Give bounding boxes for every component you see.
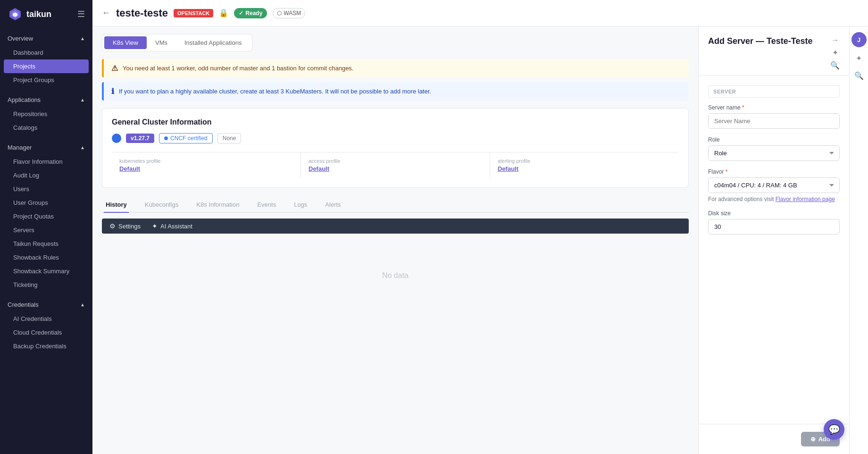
sidebar-item-project-groups[interactable]: Project Groups xyxy=(0,73,92,87)
checkmark-icon: ✓ xyxy=(239,10,243,17)
warning-icon: ⚠ xyxy=(111,64,118,73)
sidebar-item-user-groups[interactable]: User Groups xyxy=(0,196,92,210)
flavor-label: Flavor * xyxy=(708,168,840,175)
server-name-input[interactable] xyxy=(708,113,840,129)
access-profile-value[interactable]: Default xyxy=(309,165,482,172)
cluster-badges: v1.27.7 CNCF certified None xyxy=(112,133,679,143)
sidebar-item-flavor-information[interactable]: Flavor Information xyxy=(0,155,92,168)
sidebar-item-repositories[interactable]: Repositories xyxy=(0,107,92,121)
content-area: K8s View VMs Installed Applications ⚠ Yo… xyxy=(92,26,868,454)
sidebar-item-showback-rules[interactable]: Showback Rules xyxy=(0,251,92,264)
page-title: teste-teste xyxy=(116,7,168,19)
lock-icon: 🔒 xyxy=(219,8,228,17)
openstack-badge: OPENSTACK xyxy=(174,9,213,17)
ai-assistant-button[interactable]: ✦ AI Assistant xyxy=(152,222,192,230)
role-group: Role Role xyxy=(708,136,840,161)
flavor-select[interactable]: c04m04 / CPU: 4 / RAM: 4 GB xyxy=(708,177,840,193)
sidebar-item-project-quotas[interactable]: Project Quotas xyxy=(0,210,92,223)
magnify-icon[interactable]: 🔍 xyxy=(852,69,866,82)
sub-nav: History Kubeconfigs K8s Information Even… xyxy=(102,197,689,213)
disk-size-label: Disk size xyxy=(708,210,840,217)
role-select[interactable]: Role xyxy=(708,145,840,161)
settings-button[interactable]: ⚙ Settings xyxy=(109,222,141,230)
right-panel-header: Add Server — Teste-Teste → ✦ 🔍 xyxy=(699,26,849,76)
cncf-dot xyxy=(164,136,168,140)
tab-k8s-view[interactable]: K8s View xyxy=(104,36,147,49)
back-button[interactable]: ← xyxy=(102,8,110,18)
sidebar: taikun ☰ Overview ▲ Dashboard Projects P… xyxy=(0,0,92,454)
user-avatar[interactable]: J xyxy=(851,32,867,47)
role-label: Role xyxy=(708,136,840,143)
sidebar-section-credentials-header[interactable]: Credentials ▲ xyxy=(0,297,92,312)
sidebar-item-dashboard[interactable]: Dashboard xyxy=(0,46,92,59)
tab-bar: K8s View VMs Installed Applications xyxy=(102,34,252,51)
sidebar-section-overview-header[interactable]: Overview ▲ xyxy=(0,31,92,46)
right-panel-title: Add Server — Teste-Teste xyxy=(708,36,812,47)
server-name-label: Server name * xyxy=(708,104,840,111)
tab-installed-applications[interactable]: Installed Applications xyxy=(176,36,250,49)
chevron-up-icon-apps: ▲ xyxy=(80,97,85,102)
kubernetes-profile-value[interactable]: Default xyxy=(119,165,293,172)
disk-size-input[interactable] xyxy=(708,219,840,235)
sidebar-section-credentials: Credentials ▲ AI Credentials Cloud Crede… xyxy=(0,294,92,356)
sidebar-section-manager-header[interactable]: Manager ▲ xyxy=(0,140,92,155)
logo-icon xyxy=(8,7,23,22)
sub-nav-alerts[interactable]: Alerts xyxy=(323,197,342,213)
star-icon[interactable]: ✦ xyxy=(854,52,864,65)
panel-collapse-button[interactable]: → xyxy=(831,36,839,44)
no-data-label: No data xyxy=(102,234,689,318)
sub-nav-k8s-information[interactable]: K8s Information xyxy=(194,197,241,213)
alerting-profile: alerting profile Default xyxy=(490,152,679,178)
k8s-version-badge: v1.27.7 xyxy=(126,134,154,143)
settings-icon: ⚙ xyxy=(109,222,116,230)
sidebar-item-cloud-credentials[interactable]: Cloud Credentials xyxy=(0,326,92,339)
flavor-group: Flavor * c04m04 / CPU: 4 / RAM: 4 GB For… xyxy=(708,168,840,202)
sidebar-item-servers[interactable]: Servers xyxy=(0,223,92,237)
cluster-card: General Cluster Information v1.27.7 CNCF… xyxy=(102,108,689,188)
none-badge: None xyxy=(217,133,242,143)
panel-settings-icon[interactable]: ✦ xyxy=(832,48,838,57)
sidebar-item-ticketing[interactable]: Ticketing xyxy=(0,278,92,292)
right-panel-icons: → ✦ 🔍 xyxy=(830,36,840,70)
warning-alert: ⚠ You need at least 1 worker, odd number… xyxy=(102,59,689,77)
chat-fab-button[interactable]: 💬 xyxy=(824,419,844,440)
alerting-profile-value[interactable]: Default xyxy=(498,165,671,172)
chevron-up-icon-manager: ▲ xyxy=(80,145,85,150)
sidebar-item-projects[interactable]: Projects xyxy=(4,59,89,73)
cluster-card-title: General Cluster Information xyxy=(112,118,679,126)
chevron-up-icon: ▲ xyxy=(80,36,85,41)
sidebar-section-applications-header[interactable]: Applications ▲ xyxy=(0,92,92,107)
form-section-server-label: Server xyxy=(708,85,840,98)
profiles-row: kubernetes profile Default access profil… xyxy=(112,152,679,178)
sidebar-item-showback-summary[interactable]: Showback Summary xyxy=(0,264,92,278)
sidebar-item-taikun-requests[interactable]: Taikun Requests xyxy=(0,237,92,251)
sub-nav-events[interactable]: Events xyxy=(255,197,278,213)
flavor-information-link[interactable]: Flavor information page xyxy=(776,196,835,202)
chat-icon: 💬 xyxy=(828,424,840,435)
access-profile: access profile Default xyxy=(301,152,490,178)
logo-area: taikun ☰ xyxy=(0,0,92,28)
settings-bar: ⚙ Settings ✦ AI Assistant xyxy=(102,219,689,234)
wasm-icon: ⬡ xyxy=(277,10,282,17)
ai-icon: ✦ xyxy=(152,222,158,230)
sidebar-section-overview: Overview ▲ Dashboard Projects Project Gr… xyxy=(0,28,92,90)
sidebar-item-catalogs[interactable]: Catalogs xyxy=(0,121,92,135)
sidebar-item-users[interactable]: Users xyxy=(0,182,92,196)
info-alert: ℹ If you want to plan a highly available… xyxy=(102,82,689,101)
server-name-required: * xyxy=(742,104,744,111)
sub-nav-logs[interactable]: Logs xyxy=(292,197,309,213)
sidebar-section-applications: Applications ▲ Repositories Catalogs xyxy=(0,90,92,137)
k8s-icon xyxy=(112,134,121,143)
sub-nav-history[interactable]: History xyxy=(104,197,129,213)
hamburger-button[interactable]: ☰ xyxy=(77,9,85,19)
sidebar-item-audit-log[interactable]: Audit Log xyxy=(0,168,92,182)
sub-nav-kubeconfigs[interactable]: Kubeconfigs xyxy=(143,197,181,213)
logo-text: taikun xyxy=(26,9,51,19)
sidebar-item-ai-credentials[interactable]: AI Credentials xyxy=(0,312,92,326)
sidebar-item-backup-credentials[interactable]: Backup Credentials xyxy=(0,339,92,353)
tab-vms[interactable]: VMs xyxy=(147,36,176,49)
cncf-badge: CNCF certified xyxy=(159,133,213,143)
sidebar-section-manager: Manager ▲ Flavor Information Audit Log U… xyxy=(0,137,92,294)
add-icon: ⊕ xyxy=(810,436,816,443)
panel-search-icon[interactable]: 🔍 xyxy=(830,61,840,70)
